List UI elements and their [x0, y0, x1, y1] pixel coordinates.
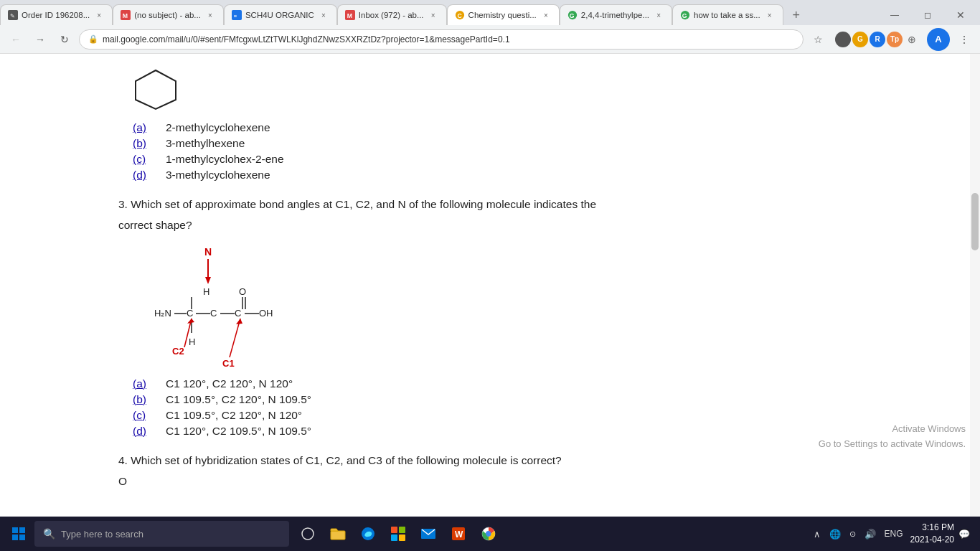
store-button[interactable] — [384, 519, 413, 548]
svg-text:N: N — [204, 246, 212, 258]
q3-option-b: (b) C1 109.5°, C2 120°, N 109.5° — [133, 393, 862, 406]
q2-option-d: (d) 3-methylcyclohexene — [133, 169, 862, 182]
clock-date: 2021-04-20 — [910, 534, 954, 546]
task-view-button[interactable] — [293, 519, 322, 548]
tab-sch4u[interactable]: ≡ SCH4U ORGANIC × — [224, 4, 337, 25]
office-icon: W — [451, 526, 466, 542]
g-icon[interactable]: G — [852, 32, 868, 47]
activate-line2: Go to Settings to activate Windows. — [819, 437, 966, 452]
tab-how-to[interactable]: G how to take a ss... × — [672, 4, 783, 25]
q3-label-a[interactable]: (a) — [133, 377, 154, 390]
q2-text-b: 3-methylhexene — [166, 137, 245, 150]
r-icon[interactable]: R — [870, 32, 885, 47]
puzzle-icon[interactable]: ⊕ — [904, 32, 920, 47]
edge-browser-button[interactable] — [354, 519, 382, 548]
tab-close-4[interactable]: × — [428, 9, 439, 21]
main-content: (a) 2-methylcyclohexene (b) 3-methylhexe… — [0, 54, 980, 517]
edge-icon — [360, 526, 376, 542]
content-scroll: (a) 2-methylcyclohexene (b) 3-methylhexe… — [0, 54, 980, 517]
svg-marker-38 — [236, 319, 242, 324]
browser-chrome: ✎ Order ID 196208... × M (no subject) - … — [0, 0, 980, 54]
tab-chemistry[interactable]: C Chemistry questi... × — [447, 4, 560, 25]
tab-inbox[interactable]: M Inbox (972) - ab... × — [337, 4, 447, 25]
q3-label-b[interactable]: (b) — [133, 393, 154, 406]
chevron-up-icon[interactable]: ∧ — [811, 526, 824, 542]
tab-order-id[interactable]: ✎ Order ID 196208... × — [0, 4, 113, 25]
tab-close-2[interactable]: × — [204, 9, 216, 21]
q3-option-d: (d) C1 120°, C2 109.5°, N 109.5° — [133, 425, 862, 438]
window-close[interactable]: ✕ — [944, 4, 977, 25]
svg-text:H: H — [203, 286, 209, 297]
address-bar[interactable]: 🔒 mail.google.com/mail/u/0/#sent/FMfcgxw… — [79, 29, 804, 50]
q2-text-c: 1-methylcyclohex-2-ene — [166, 153, 284, 166]
q2-options: (a) 2-methylcyclohexene (b) 3-methylhexe… — [133, 121, 862, 182]
tab-trimethyl[interactable]: G 2,4,4-trimethylpe... × — [560, 4, 672, 25]
q2-label-b[interactable]: (b) — [133, 137, 154, 150]
user-avatar[interactable]: A — [927, 28, 950, 51]
reload-button[interactable]: ↻ — [55, 29, 75, 50]
q2-label-d[interactable]: (d) — [133, 169, 154, 182]
tab-title-2: (no subject) - ab... — [134, 11, 201, 19]
q2-label-c[interactable]: (c) — [133, 153, 154, 166]
tab-close-1[interactable]: × — [93, 9, 105, 21]
q3-label-c[interactable]: (c) — [133, 409, 154, 422]
svg-marker-17 — [205, 277, 211, 284]
svg-text:C2: C2 — [172, 346, 184, 357]
activate-line1: Activate Windows — [819, 422, 966, 437]
menu-button[interactable]: ⋮ — [954, 29, 974, 50]
molecule-svg: N H O H₂N C C — [133, 241, 334, 374]
store-icon — [390, 526, 406, 542]
start-button[interactable] — [4, 519, 33, 548]
svg-text:✎: ✎ — [10, 13, 15, 19]
tab-close-3[interactable]: × — [318, 9, 329, 21]
mail-icon — [420, 528, 436, 540]
tab-title-3: SCH4U ORGANIC — [245, 11, 314, 19]
window-minimize[interactable]: — — [878, 4, 911, 25]
tab-close-5[interactable]: × — [540, 9, 552, 21]
svg-rect-40 — [12, 527, 18, 533]
new-tab-button[interactable]: + — [786, 5, 806, 25]
tab-favicon-7: G — [680, 10, 690, 20]
chrome-button[interactable] — [474, 519, 503, 548]
q2-option-b: (b) 3-methylhexene — [133, 137, 862, 150]
tab-title-5: Chemistry questi... — [468, 11, 537, 19]
svg-text:M: M — [347, 12, 352, 19]
q3-label-d[interactable]: (d) — [133, 425, 154, 438]
profile-circle[interactable] — [835, 32, 851, 47]
scrollbar-thumb[interactable] — [971, 193, 979, 250]
forward-button[interactable]: → — [30, 29, 50, 50]
q3-heading-line1: 3. Which set of approximate bond angles … — [118, 196, 862, 212]
taskbar-search-bar[interactable]: 🔍 Type here to search — [34, 521, 289, 547]
back-button[interactable]: ← — [6, 29, 26, 50]
mail-button[interactable] — [414, 519, 443, 548]
system-tray: ∧ 🌐 ⊙ 🔊 ENG 3:16 PM 2021-04-20 💬 — [811, 522, 976, 546]
q2-option-c: (c) 1-methylcyclohex-2-ene — [133, 153, 862, 166]
page-scrollbar[interactable] — [970, 54, 980, 517]
network-icon[interactable]: 🌐 — [826, 526, 844, 542]
tab-favicon-1: ✎ — [8, 10, 18, 20]
tab-title-7: how to take a ss... — [694, 11, 760, 19]
tab-close-7[interactable]: × — [764, 9, 776, 21]
tab-inbox-no-subject[interactable]: M (no subject) - ab... × — [113, 4, 224, 25]
language-label[interactable]: ENG — [882, 526, 906, 542]
bookmark-star[interactable]: ☆ — [808, 29, 828, 50]
q2-label-a[interactable]: (a) — [133, 121, 154, 134]
q3-options: (a) C1 120°, C2 120°, N 120° (b) C1 109.… — [133, 377, 862, 438]
system-clock[interactable]: 3:16 PM 2021-04-20 — [910, 522, 954, 546]
svg-text:C: C — [457, 12, 462, 19]
network-status-icon[interactable]: ⊙ — [847, 527, 859, 542]
tab-favicon-4: M — [345, 10, 355, 20]
q3-text-c: C1 109.5°, C2 120°, N 120° — [166, 409, 302, 422]
clock-time: 3:16 PM — [910, 522, 954, 534]
lock-icon: 🔒 — [88, 34, 98, 44]
tp-icon[interactable]: Tp — [887, 32, 903, 47]
volume-icon[interactable]: 🔊 — [862, 526, 879, 542]
tab-close-6[interactable]: × — [653, 9, 664, 21]
window-restore[interactable]: ◻ — [911, 4, 944, 25]
svg-text:H: H — [189, 336, 195, 347]
file-explorer-button[interactable] — [324, 519, 352, 548]
q3-text-a: C1 120°, C2 120°, N 120° — [166, 377, 293, 390]
office-button[interactable]: W — [444, 519, 473, 548]
notification-icon[interactable]: 💬 — [958, 529, 970, 540]
tab-title-4: Inbox (972) - ab... — [359, 11, 424, 19]
